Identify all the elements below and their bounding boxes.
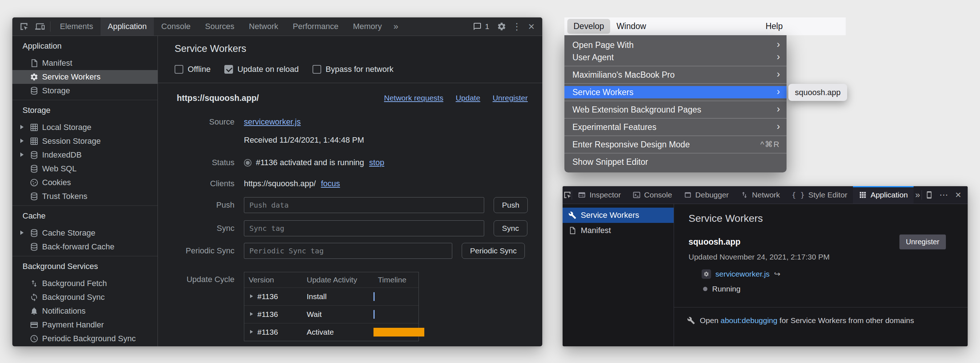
sidebar-item-payment-handler[interactable]: Payment Handler xyxy=(12,318,158,332)
sidebar-item-service-workers[interactable]: Service Workers xyxy=(12,70,158,84)
meatball-menu-icon[interactable]: ⋯ xyxy=(937,190,951,200)
sidebar-item-notifications[interactable]: Notifications xyxy=(12,304,158,318)
menu-item-maximilianos-macbook-pro[interactable]: Maximiliano's MacBook Pro › xyxy=(565,68,786,81)
unregister-link[interactable]: Unregister xyxy=(493,94,528,102)
tab-network[interactable]: Network xyxy=(735,186,786,204)
worker-header-links: Network requests Update Unregister xyxy=(384,94,528,102)
expand-caret-icon[interactable] xyxy=(18,123,26,131)
tab-debugger[interactable]: Debugger xyxy=(678,186,735,204)
settings-gear-icon[interactable] xyxy=(494,18,510,35)
sidebar-item-push-messaging[interactable]: Push Messaging xyxy=(12,345,158,346)
update-cycle-header-row: Version Update Activity Timeline xyxy=(244,272,418,288)
unregister-button[interactable]: Unregister xyxy=(899,234,946,249)
source-file-link[interactable]: serviceworker.js xyxy=(244,117,301,127)
submenu-item-squoosh-app[interactable]: squoosh.app xyxy=(795,88,841,97)
kebab-menu-icon[interactable]: ⋮ xyxy=(510,18,524,35)
cookie-icon xyxy=(30,178,38,187)
sidebar-item-cache-storage[interactable]: Cache Storage xyxy=(12,226,158,240)
sync-tag-input[interactable] xyxy=(244,220,484,236)
checkbox-bypass-for-network[interactable]: Bypass for network xyxy=(312,65,393,74)
stop-link[interactable]: stop xyxy=(369,158,384,167)
sidebar-item-cookies[interactable]: Cookies xyxy=(12,176,158,189)
tab-console[interactable]: Console xyxy=(627,186,678,204)
menu-separator xyxy=(565,135,786,136)
tab-network[interactable]: Network xyxy=(242,18,286,35)
expand-caret-icon[interactable] xyxy=(249,311,255,318)
worker-badge-icon xyxy=(702,269,711,279)
sidebar-item-manifest[interactable]: Manifest xyxy=(12,56,158,70)
checkbox-offline[interactable]: Offline xyxy=(175,65,210,74)
tab-application[interactable]: Application xyxy=(853,186,913,204)
menu-item-web-extension-background-pages[interactable]: Web Extension Background Pages › xyxy=(565,103,786,116)
device-toolbar-icon[interactable] xyxy=(32,18,48,35)
sidebar-item-periodic-background-sync[interactable]: Periodic Background Sync xyxy=(12,332,158,345)
network-requests-link[interactable]: Network requests xyxy=(384,94,443,102)
close-devtools-icon[interactable]: × xyxy=(951,189,966,201)
service-workers-panel: Service Workers Offline Update on reload… xyxy=(158,36,542,346)
issues-button[interactable]: 1 xyxy=(469,22,494,31)
submenu-chevron-icon: › xyxy=(777,52,780,62)
more-tabs-icon[interactable]: » xyxy=(389,18,402,35)
checkbox-update-on-reload[interactable]: Update on reload xyxy=(224,65,299,74)
chrome-devtools-body: Application Manifest Service Workers xyxy=(12,36,542,346)
menu-separator xyxy=(565,118,786,119)
pick-element-icon[interactable] xyxy=(563,186,572,204)
menu-item-service-workers[interactable]: Service Workers › xyxy=(565,86,786,99)
focus-link[interactable]: focus xyxy=(321,179,340,188)
menubar-item-develop[interactable]: Develop xyxy=(567,19,610,34)
menu-item-open-page-with[interactable]: Open Page With › xyxy=(565,39,786,51)
sidebar-item-storage[interactable]: Storage xyxy=(12,84,158,98)
submenu-chevron-icon: › xyxy=(777,104,780,114)
expand-caret-icon[interactable] xyxy=(18,137,26,145)
jump-to-debugger-icon[interactable]: ↪ xyxy=(774,270,780,279)
periodic-sync-tag-input[interactable] xyxy=(244,243,452,259)
sidebar-item-background-fetch[interactable]: Background Fetch xyxy=(12,277,158,290)
develop-menu-dropdown: Open Page With › User Agent › Maximilian… xyxy=(565,35,786,172)
sidebar-item-local-storage[interactable]: Local Storage xyxy=(12,121,158,134)
sidebar-item-service-workers[interactable]: Service Workers xyxy=(563,208,674,223)
tab-console[interactable]: Console xyxy=(154,18,198,35)
sidebar-item-trust-tokens[interactable]: Trust Tokens xyxy=(12,189,158,203)
expand-caret-icon[interactable] xyxy=(249,293,255,300)
tab-sources[interactable]: Sources xyxy=(198,18,242,35)
worker-file-link[interactable]: serviceworker.js xyxy=(715,270,770,279)
sidebar-item-session-storage[interactable]: Session Storage xyxy=(12,134,158,148)
about-debugging-link[interactable]: about:debugging xyxy=(721,316,778,325)
sidebar-item-indexeddb[interactable]: IndexedDB xyxy=(12,148,158,162)
menubar-item-help[interactable]: Help xyxy=(759,19,789,34)
menubar-item-window[interactable]: Window xyxy=(610,19,652,34)
checkbox-box xyxy=(312,65,321,74)
update-link[interactable]: Update xyxy=(455,94,480,102)
tab-style-editor[interactable]: { } Style Editor xyxy=(786,186,853,204)
sidebar-item-back-forward-cache[interactable]: Back-forward Cache xyxy=(12,240,158,254)
menu-separator xyxy=(565,153,786,154)
menu-item-show-snippet-editor[interactable]: Show Snippet Editor xyxy=(565,156,786,168)
menu-item-user-agent[interactable]: User Agent › xyxy=(565,51,786,64)
install-timeline-bar xyxy=(374,292,375,301)
close-devtools-icon[interactable]: × xyxy=(524,18,539,35)
sidebar-item-manifest[interactable]: Manifest xyxy=(563,223,674,238)
responsive-design-icon[interactable] xyxy=(922,191,937,199)
tab-inspector[interactable]: Inspector xyxy=(572,186,627,204)
menu-item-enter-responsive-design-mode[interactable]: Enter Responsive Design Mode ^⌘R xyxy=(565,138,786,151)
menu-item-experimental-features[interactable]: Experimental Features › xyxy=(565,121,786,133)
tab-memory[interactable]: Memory xyxy=(345,18,389,35)
expand-caret-icon[interactable] xyxy=(249,329,255,335)
sidebar-section-background-services: Background Services Background Fetch Bac… xyxy=(12,256,158,346)
sidebar-item-web-sql[interactable]: Web SQL xyxy=(12,162,158,176)
push-button[interactable]: Push xyxy=(494,197,528,213)
tab-elements[interactable]: Elements xyxy=(52,18,100,35)
sync-button[interactable]: Sync xyxy=(494,220,527,236)
expand-caret-icon[interactable] xyxy=(18,229,26,237)
tab-performance[interactable]: Performance xyxy=(285,18,345,35)
tab-application[interactable]: Application xyxy=(100,18,154,35)
update-cycle-wait-row[interactable]: #1136 Wait xyxy=(244,305,418,323)
more-tabs-icon[interactable]: » xyxy=(913,186,921,204)
sidebar-item-background-sync[interactable]: Background Sync xyxy=(12,290,158,304)
update-cycle-activate-row[interactable]: #1136 Activate xyxy=(244,323,418,341)
push-data-input[interactable] xyxy=(244,197,484,213)
inspect-element-icon[interactable] xyxy=(16,18,32,35)
expand-caret-icon[interactable] xyxy=(18,151,26,159)
update-cycle-install-row[interactable]: #1136 Install xyxy=(244,288,418,305)
periodic-sync-button[interactable]: Periodic Sync xyxy=(462,243,525,259)
